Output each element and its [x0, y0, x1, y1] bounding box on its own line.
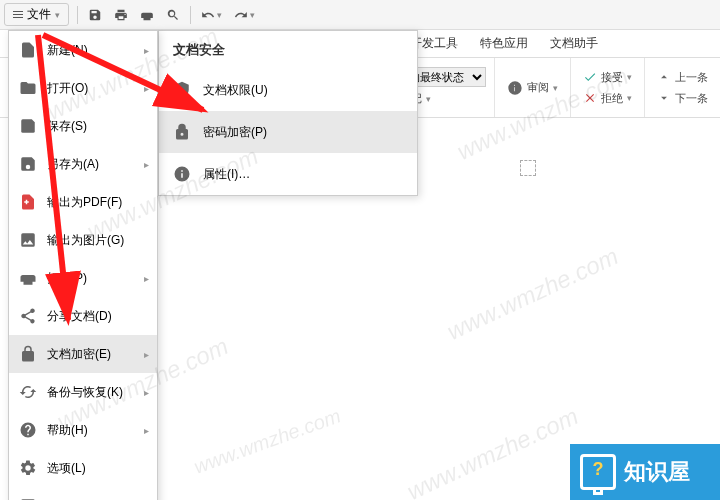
- submenu-item-permissions[interactable]: 文档权限(U): [159, 69, 417, 111]
- share-icon: [19, 307, 37, 325]
- next-button[interactable]: 下一条: [653, 89, 712, 108]
- file-menu: 新建(N)▸ 打开(O)▸ 保存(S) 另存为(A)▸ 输出为PDF(F) 输出…: [8, 30, 158, 500]
- review-icon: [507, 80, 523, 96]
- print-icon[interactable]: [134, 6, 160, 24]
- file-item-encrypt[interactable]: 文档加密(E)▸: [9, 335, 157, 373]
- reject-button[interactable]: 拒绝▾: [579, 89, 636, 108]
- accept-button[interactable]: 接受▾: [579, 68, 636, 87]
- file-item-share[interactable]: 分享文档(D): [9, 297, 157, 335]
- pdf-icon: [19, 193, 37, 211]
- previous-button[interactable]: 上一条: [653, 68, 712, 87]
- chevron-right-icon: ▸: [144, 273, 149, 284]
- magnifier-icon[interactable]: [160, 6, 186, 24]
- info-icon: [173, 165, 191, 183]
- submenu-header: 文档安全: [159, 31, 417, 69]
- chevron-right-icon: ▸: [144, 45, 149, 56]
- tab-assistant[interactable]: 文档助手: [540, 31, 608, 56]
- separator: [77, 6, 78, 24]
- file-item-image[interactable]: 输出为图片(G): [9, 221, 157, 259]
- help-icon: [19, 421, 37, 439]
- lock-icon: [19, 345, 37, 363]
- tab-special[interactable]: 特色应用: [470, 31, 538, 56]
- chevron-right-icon: ▸: [144, 425, 149, 436]
- separator: [190, 6, 191, 24]
- file-item-help[interactable]: 帮助(H)▸: [9, 411, 157, 449]
- arrow-up-icon: [657, 70, 671, 84]
- redo-icon[interactable]: ▾: [228, 6, 261, 24]
- ribbon-review-group: 审阅▾: [494, 58, 570, 117]
- check-icon: [583, 70, 597, 84]
- cross-icon: [583, 91, 597, 105]
- open-icon: [19, 79, 37, 97]
- logo-text: 知识屋: [624, 457, 690, 487]
- watermark: www.wmzhe.com: [191, 404, 344, 478]
- document-canvas: [420, 118, 720, 500]
- permissions-icon: [173, 81, 191, 99]
- backup-icon: [19, 383, 37, 401]
- file-item-saveas[interactable]: 另存为(A)▸: [9, 145, 157, 183]
- gear-icon: [19, 459, 37, 477]
- file-item-options[interactable]: 选项(L): [9, 449, 157, 487]
- chevron-right-icon: ▸: [144, 159, 149, 170]
- file-menu-label: 文件: [27, 6, 51, 23]
- print-preview-icon[interactable]: [108, 6, 134, 24]
- ribbon-accept-group: 接受▾ 拒绝▾: [570, 58, 644, 117]
- quick-toolbar: 文件 ▾ ▾ ▾: [0, 0, 720, 30]
- saveas-icon: [19, 155, 37, 173]
- ribbon-nav-group: 上一条 下一条: [644, 58, 720, 117]
- zhishiwu-logo: 知识屋: [570, 444, 720, 500]
- encrypt-submenu: 文档安全 文档权限(U) 密码加密(P) 属性(I)…: [158, 30, 418, 196]
- hamburger-button[interactable]: 文件 ▾: [4, 3, 69, 26]
- file-item-print[interactable]: 打印(P)▸: [9, 259, 157, 297]
- key-icon: [173, 123, 191, 141]
- save-icon: [19, 117, 37, 135]
- file-item-save[interactable]: 保存(S): [9, 107, 157, 145]
- chevron-right-icon: ▸: [144, 387, 149, 398]
- save-icon[interactable]: [82, 6, 108, 24]
- file-item-pdf[interactable]: 输出为PDF(F): [9, 183, 157, 221]
- submenu-item-properties[interactable]: 属性(I)…: [159, 153, 417, 195]
- arrow-down-icon: [657, 91, 671, 105]
- page-marker: [520, 160, 536, 176]
- chevron-right-icon: ▸: [144, 349, 149, 360]
- monitor-icon: [580, 454, 616, 490]
- file-item-open[interactable]: 打开(O)▸: [9, 69, 157, 107]
- file-item-exit[interactable]: 退出(Q): [9, 487, 157, 500]
- print-icon: [19, 269, 37, 287]
- image-icon: [19, 231, 37, 249]
- review-button[interactable]: 审阅▾: [503, 78, 562, 98]
- new-icon: [19, 41, 37, 59]
- submenu-item-password[interactable]: 密码加密(P): [159, 111, 417, 153]
- undo-icon[interactable]: ▾: [195, 6, 228, 24]
- chevron-down-icon: ▾: [55, 10, 60, 20]
- chevron-right-icon: ▸: [144, 83, 149, 94]
- file-item-backup[interactable]: 备份与恢复(K)▸: [9, 373, 157, 411]
- file-item-new[interactable]: 新建(N)▸: [9, 31, 157, 69]
